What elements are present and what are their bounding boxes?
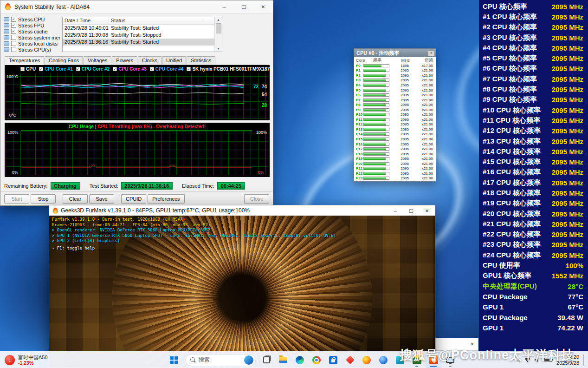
elapsed-time-label: Elapsed Time: (182, 183, 214, 189)
log-row[interactable]: 2025/9/28 11:36:16Stability Test: Starte… (63, 39, 214, 46)
legend-item[interactable]: ✓CPU (20, 66, 36, 72)
cpu-core-row: P52095x21.00 (354, 88, 436, 93)
sensor-value: 28°C (568, 283, 583, 290)
log-row[interactable]: 2025/9/28 10:49:01Stability Test: Starte… (63, 25, 214, 32)
tab-cooling-fans[interactable]: Cooling Fans (45, 56, 83, 65)
core-label: P12 (354, 122, 362, 126)
tab-temperatures[interactable]: Temperatures (5, 56, 44, 65)
core-multiplier-value: x21.00 (409, 68, 436, 72)
legend-checkbox[interactable]: ✓ (76, 67, 80, 71)
sensor-value: 2095 MHz (552, 3, 583, 11)
usage-title-left: CPU Usage | (69, 124, 96, 129)
scroll-down-icon[interactable]: ▼ (215, 46, 222, 52)
sensor-label: #21 CPU 核心频率 (483, 220, 541, 229)
core-mhz-value: 2095 (389, 162, 409, 166)
core-mhz-value: 2095 (389, 68, 409, 72)
aida-tab-strip: TemperaturesCooling FansVoltagesPowersCl… (5, 56, 269, 65)
close-icon[interactable]: × (253, 0, 273, 13)
stress-checkbox[interactable]: ✓ (11, 23, 16, 28)
start-button[interactable]: Start (4, 194, 29, 204)
sensor-value: 39.48 W (557, 314, 583, 322)
legend-checkbox[interactable]: ✓ (39, 67, 43, 71)
stress-checkbox[interactable] (11, 41, 16, 46)
minimize-icon[interactable]: – (214, 0, 234, 13)
legend-checkbox[interactable]: ✓ (150, 67, 154, 71)
stress-checkbox[interactable] (11, 47, 16, 52)
cpu-core-row: P162095x21.00 (354, 142, 436, 147)
cpu-core-row: P122095x21.00 (354, 122, 436, 127)
widget-text: 富时中国A50 -1.23% (18, 355, 48, 366)
stress-item[interactable]: ✓Stress cache (4, 28, 60, 34)
core-frequency-bar (363, 74, 389, 77)
red-diamond-app-taskbar-button[interactable] (342, 353, 357, 368)
stress-item-label: Stress FPU (18, 23, 44, 28)
cpuid-button[interactable]: CPUID (121, 194, 146, 204)
sensor-value: 2095 MHz (552, 127, 583, 135)
blue-app-taskbar-button[interactable] (376, 353, 391, 368)
legend-checkbox[interactable]: ✓ (187, 67, 191, 71)
tab-voltages[interactable]: Voltages (84, 56, 111, 65)
firefox-taskbar-button[interactable] (359, 353, 374, 368)
tab-powers[interactable]: Powers (112, 56, 137, 65)
clear-button[interactable]: Clear (63, 194, 88, 204)
maximize-icon[interactable]: □ (403, 205, 419, 216)
stress-item[interactable]: ✓Stress FPU (4, 22, 60, 28)
chrome-taskbar-button[interactable] (309, 353, 324, 368)
log-row[interactable]: 2025/9/28 11:30:08Stability Test: Stoppe… (63, 32, 214, 39)
edge-taskbar-button[interactable] (292, 353, 307, 368)
stress-item[interactable]: Stress system memory (4, 34, 60, 40)
legend-checkbox[interactable]: ✓ (113, 67, 117, 71)
stress-checkbox[interactable] (11, 35, 16, 40)
legend-checkbox[interactable]: ✓ (20, 67, 25, 71)
close-icon[interactable]: × (419, 205, 435, 216)
core-label: P23 (354, 176, 362, 180)
preferences-button[interactable]: Preferences (148, 194, 184, 204)
task-view-taskbar-button[interactable] (259, 353, 274, 368)
widgets-button[interactable]: ↓ 富时中国A50 -1.23% (5, 353, 48, 367)
close-icon[interactable]: × (428, 50, 435, 56)
legend-item[interactable]: ✓CPU Core #1 (39, 66, 73, 72)
log-header-datetime[interactable]: Date / Time (63, 17, 109, 24)
core-label: P6 (354, 93, 362, 97)
tab-clocks[interactable]: Clocks (138, 56, 162, 65)
sensor-value: 2095 MHz (552, 34, 583, 42)
log-header-status[interactable]: Status (109, 17, 202, 24)
stop-button[interactable]: Stop (31, 194, 56, 204)
legend-item[interactable]: ✓SK hynix PCB01 HFS001TFM9X187N (187, 66, 273, 72)
maximize-icon[interactable]: □ (234, 0, 253, 13)
cpu-window-titlebar[interactable]: CPU #0 - 活动频率 × (354, 49, 436, 57)
stress-item[interactable]: ✓Stress CPU (4, 16, 60, 22)
file-explorer-taskbar-button[interactable] (276, 353, 291, 368)
usage-traces (21, 130, 252, 168)
core-frequency-bar (363, 172, 389, 175)
log-status-cell: Stability Test: Started (109, 25, 214, 32)
legend-item[interactable]: ✓CPU Core #2 (76, 66, 110, 72)
aida-titlebar[interactable]: System Stability Test - AIDA64 – □ × (0, 0, 273, 13)
tab-statistics[interactable]: Statistics (187, 56, 215, 65)
start-button[interactable] (166, 353, 182, 367)
tab-unified[interactable]: Unified (162, 56, 186, 65)
minimize-icon[interactable]: – (388, 205, 403, 216)
legend-item[interactable]: ✓CPU Core #3 (113, 66, 147, 72)
core-label: P19 (354, 157, 362, 161)
close-button[interactable]: Close (244, 194, 269, 204)
show-desktop-button[interactable] (583, 355, 585, 366)
legend-item[interactable]: ✓CPU Core #4 (150, 66, 184, 72)
log-scrollbar[interactable]: ▲ ▼ (214, 17, 222, 52)
stress-checkbox[interactable]: ✓ (11, 29, 16, 34)
stress-item[interactable]: Stress GPU(s) (4, 46, 60, 53)
legend-label: CPU Core #2 (82, 66, 110, 72)
stress-item[interactable]: Stress local disks (4, 40, 60, 46)
stress-checkbox[interactable]: ✓ (11, 17, 16, 22)
store-taskbar-button[interactable] (326, 353, 341, 368)
scroll-up-icon[interactable]: ▲ (215, 17, 222, 23)
core-frequency-bar (363, 69, 389, 72)
scrollbar-thumb[interactable] (216, 23, 221, 33)
search-box[interactable]: 搜索 (185, 354, 256, 366)
monitor-icon (4, 35, 9, 39)
furmark-titlebar[interactable]: Geeks3D FurMark v1.39.1.0 - 84FPS, GPU1 … (49, 205, 435, 216)
sensor-row: #15 CPU 核心频率2095 MHz (479, 157, 588, 167)
save-button[interactable]: Save (89, 194, 114, 204)
usage-right-min: 0% (258, 170, 264, 175)
core-frequency-bar (363, 108, 389, 112)
